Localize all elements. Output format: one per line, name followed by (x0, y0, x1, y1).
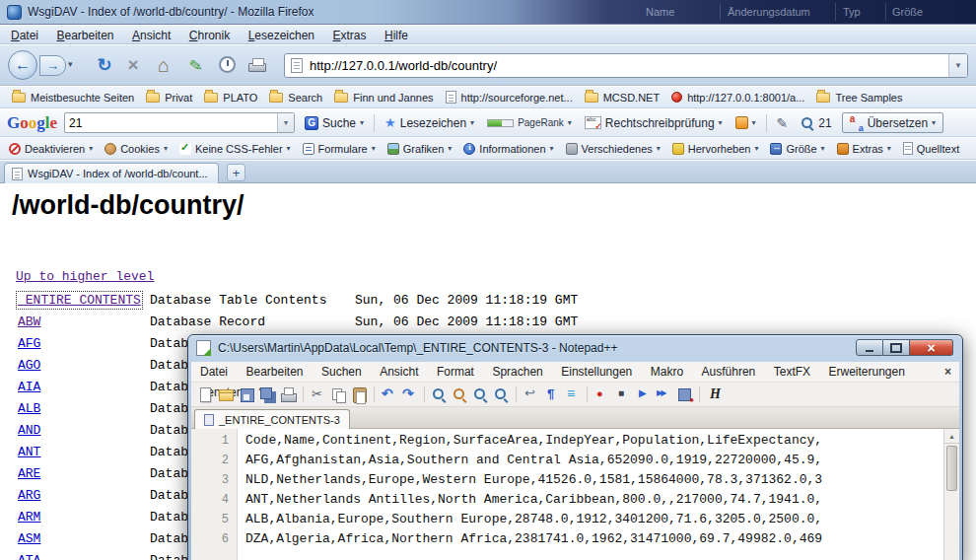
listing-link-arm[interactable]: ARM (18, 510, 40, 525)
close-document-icon[interactable] (944, 365, 951, 379)
highlighter-button[interactable] (774, 113, 792, 133)
home-button[interactable] (152, 52, 175, 78)
autofill-button[interactable] (732, 114, 759, 131)
menu-extras[interactable]: Extras (326, 27, 374, 45)
maximize-button[interactable] (883, 339, 910, 356)
history-clock-button[interactable] (219, 56, 236, 73)
npp-menu-bearbeiten[interactable]: Bearbeiten (239, 362, 310, 383)
close-button[interactable] (910, 339, 953, 356)
bookmark-sourceforge[interactable]: http://sourceforge.net... (440, 89, 579, 105)
listing-link-entire-contents[interactable]: _ENTIRE_CONTENTS (18, 293, 141, 308)
bookmark-localhost-8001[interactable]: http://127.0.0.1:8001/a... (665, 90, 810, 105)
npp-menu-sprachen[interactable]: Sprachen (485, 362, 549, 383)
zoom-out-icon[interactable] (492, 385, 511, 404)
bookmark-mcsd-net[interactable]: MCSD.NET (579, 90, 665, 105)
webdev-quelltext[interactable]: Quelltext (898, 140, 964, 157)
listing-link-and[interactable]: AND (18, 423, 40, 438)
scroll-up-icon[interactable] (944, 429, 959, 444)
listing-link-arg[interactable]: ARG (18, 488, 40, 503)
history-dropdown-icon[interactable] (68, 59, 73, 69)
menu-bearbeiten[interactable]: Bearbeiten (49, 27, 120, 45)
webdev-extras[interactable]: Extras (832, 141, 896, 157)
notepad-titlebar[interactable]: C:\Users\Martin\AppData\Local\Temp\_ENTI… (188, 335, 962, 361)
listing-link-afg[interactable]: AFG (18, 336, 40, 351)
url-input[interactable] (310, 54, 944, 77)
reload-button[interactable] (93, 53, 116, 77)
listing-link-ago[interactable]: AGO (18, 358, 40, 373)
npp-menu-einstellungen[interactable]: Einstellungen (554, 362, 639, 383)
up-to-higher-level-link[interactable]: Up to higher level (16, 269, 154, 284)
bookmark-plato[interactable]: PLATO (198, 90, 263, 105)
zoom-in-icon[interactable] (471, 385, 490, 404)
webdev-deaktivieren[interactable]: Deaktivieren (4, 141, 98, 157)
forward-button[interactable] (39, 55, 66, 76)
show-all-characters-icon[interactable] (542, 385, 561, 404)
html-preview-icon[interactable] (705, 385, 724, 404)
npp-menu-ansicht[interactable]: Ansicht (373, 362, 425, 383)
bookmark-meistbesuchte-seiten[interactable]: Meistbesuchte Seiten (6, 90, 140, 105)
save-macro-icon[interactable] (675, 385, 694, 404)
menu-hilfe[interactable]: Hilfe (378, 27, 415, 45)
webdev-informationen[interactable]: Informationen (458, 141, 558, 157)
menu-lesezeichen[interactable]: Lesezeichen (242, 27, 321, 45)
webdev-cookies[interactable]: Cookies (100, 141, 173, 157)
back-button[interactable] (8, 50, 37, 80)
scrollbar-thumb[interactable] (946, 446, 957, 491)
menu-chronik[interactable]: Chronik (182, 27, 237, 45)
save-file-icon[interactable] (238, 385, 256, 404)
stop-button[interactable] (122, 54, 144, 76)
webdev-verschiedenes[interactable]: Verschiedenes (561, 141, 665, 157)
menu-datei[interactable]: Datei (4, 27, 45, 45)
webdev-formulare[interactable]: Formulare (298, 141, 381, 157)
quill-extension-button[interactable] (185, 53, 207, 77)
search-history-dropdown-icon[interactable] (277, 113, 294, 132)
redo-icon[interactable] (400, 385, 419, 404)
npp-menu-format[interactable]: Format (430, 362, 481, 383)
listing-link-ata[interactable]: ATA (18, 553, 40, 560)
npp-menu-makro[interactable]: Makro (644, 362, 690, 383)
translate-button[interactable]: Übersetzen (842, 112, 943, 133)
bookmark-search[interactable]: Search (263, 90, 328, 105)
word-wrap-icon[interactable] (522, 385, 540, 404)
webdev-hervorheben[interactable]: Hervorheben (667, 141, 764, 157)
bookmark-tree-samples[interactable]: Tree Samples (810, 90, 908, 105)
bookmark-finn-und-jannes[interactable]: Finn und Jannes (328, 90, 439, 105)
replace-icon[interactable] (451, 385, 469, 404)
menu-ansicht[interactable]: Ansicht (125, 27, 177, 45)
tab-wsgidav-index[interactable]: WsgiDAV - Index of /world-db/count... (4, 163, 219, 183)
run-macro-multiple-icon[interactable] (655, 385, 673, 404)
bookmark-privat[interactable]: Privat (140, 90, 198, 105)
webdev-grafiken[interactable]: Grafiken (383, 141, 457, 157)
listing-link-alb[interactable]: ALB (18, 401, 40, 416)
listing-link-ant[interactable]: ANT (18, 445, 40, 459)
google-search-input[interactable] (69, 114, 266, 131)
copy-icon[interactable] (329, 385, 348, 404)
listing-link-aia[interactable]: AIA (18, 380, 40, 394)
indent-guide-icon[interactable] (563, 385, 582, 404)
npp-menu-textfx[interactable]: TextFX (767, 362, 817, 383)
listing-link-asm[interactable]: ASM (18, 531, 40, 546)
tab-entire-contents-3[interactable]: _ENTIRE_CONTENTS-3 (194, 409, 350, 429)
stop-macro-icon[interactable] (613, 385, 632, 404)
save-all-icon[interactable] (258, 385, 277, 404)
webdev-groesse[interactable]: Größe (765, 141, 829, 157)
playback-macro-icon[interactable] (634, 385, 653, 404)
vertical-scrollbar[interactable] (943, 429, 959, 560)
npp-menu-suchen[interactable]: Suchen (314, 362, 369, 383)
undo-icon[interactable] (380, 385, 398, 404)
npp-menu-erweiterungen[interactable]: Erweiterungen (822, 362, 912, 383)
google-bookmarks-button[interactable]: Lesezeichen (382, 114, 477, 132)
listing-link-are[interactable]: ARE (18, 466, 40, 481)
npp-menu-ausfuehren[interactable]: Ausführen (695, 362, 763, 383)
cut-icon[interactable] (309, 385, 327, 404)
new-tab-button[interactable]: + (227, 164, 245, 181)
record-macro-icon[interactable] (593, 385, 611, 404)
find-icon[interactable] (430, 385, 449, 404)
firefox-titlebar[interactable]: WsgiDAV - Index of /world-db/country/ - … (0, 0, 976, 25)
listing-link-abw[interactable]: ABW (18, 315, 40, 329)
paste-icon[interactable] (350, 385, 369, 404)
npp-menu-datei[interactable]: Datei (193, 362, 235, 383)
google-search-button[interactable]: Suche (302, 114, 367, 132)
open-file-icon[interactable] (217, 385, 236, 404)
search-term-button[interactable]: 21 (798, 114, 834, 132)
